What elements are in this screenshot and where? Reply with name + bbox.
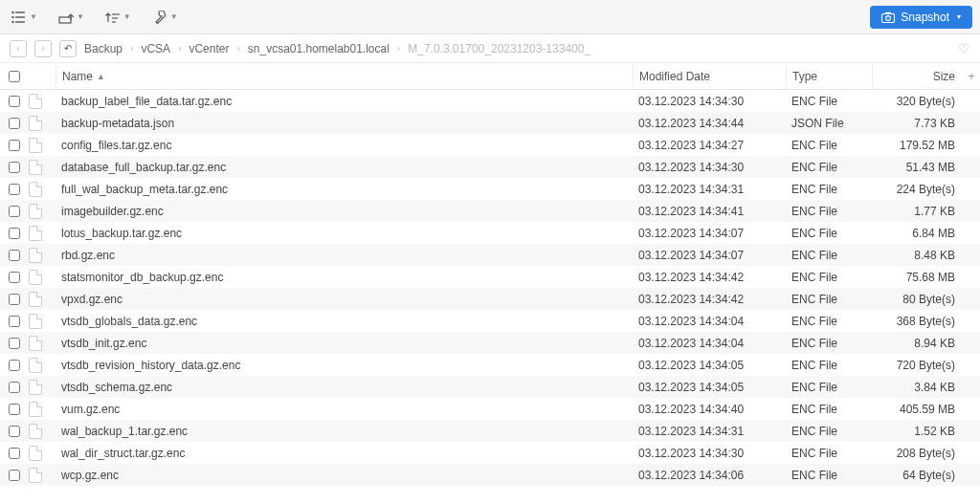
table-row[interactable]: wal_backup_1.tar.gz.enc03.12.2023 14:34:…: [0, 420, 980, 442]
file-size: 405.59 MB: [900, 403, 955, 416]
nav-undo-button[interactable]: ↶: [59, 40, 77, 57]
file-size: 7.73 KB: [914, 117, 955, 130]
column-add-button[interactable]: +: [963, 70, 980, 83]
file-type: ENC File: [791, 249, 837, 262]
list-icon: [11, 11, 27, 24]
table-row[interactable]: backup-metadata.json03.12.2023 14:34:44J…: [0, 112, 980, 134]
snapshot-button[interactable]: Snapshot ▾: [870, 6, 972, 29]
breadcrumb-seg[interactable]: Backup: [84, 42, 122, 55]
select-all-checkbox[interactable]: [9, 71, 20, 82]
row-checkbox[interactable]: [9, 448, 20, 459]
row-checkbox[interactable]: [9, 426, 20, 437]
chevron-right-icon: ›: [397, 43, 400, 54]
file-type: ENC File: [791, 469, 837, 482]
row-checkbox[interactable]: [9, 250, 20, 261]
file-type: ENC File: [791, 403, 837, 416]
file-type: ENC File: [791, 183, 837, 196]
sort-asc-icon: ▲: [97, 72, 105, 81]
table-row[interactable]: wcp.gz.enc03.12.2023 14:34:06ENC File64 …: [0, 464, 980, 486]
column-header-modified[interactable]: Modified Date: [633, 63, 786, 89]
row-checkbox[interactable]: [9, 294, 20, 305]
nav-forward-button[interactable]: ›: [34, 40, 52, 57]
table-row[interactable]: rbd.gz.enc03.12.2023 14:34:07ENC File8.4…: [0, 244, 980, 266]
file-size: 720 Byte(s): [897, 359, 955, 372]
svg-point-5: [11, 20, 13, 22]
tools-menu-button[interactable]: ▼: [148, 7, 182, 28]
file-size: 224 Byte(s): [897, 183, 955, 196]
file-icon: [29, 248, 42, 263]
column-header-type[interactable]: Type: [786, 63, 872, 89]
file-modified: 03.12.2023 14:34:04: [638, 315, 744, 328]
file-type: ENC File: [791, 447, 837, 460]
table-row[interactable]: statsmonitor_db_backup.gz.enc03.12.2023 …: [0, 266, 980, 288]
table-row[interactable]: vum.gz.enc03.12.2023 14:34:40ENC File405…: [0, 398, 980, 420]
breadcrumb-seg[interactable]: vCenter: [189, 42, 229, 55]
row-checkbox[interactable]: [9, 96, 20, 107]
table-row[interactable]: database_full_backup.tar.gz.enc03.12.202…: [0, 156, 980, 178]
table-row[interactable]: imagebuilder.gz.enc03.12.2023 14:34:41EN…: [0, 200, 980, 222]
row-checkbox[interactable]: [9, 228, 20, 239]
sort-menu-button[interactable]: ▼: [101, 7, 135, 28]
table-row[interactable]: wal_dir_struct.tar.gz.enc03.12.2023 14:3…: [0, 442, 980, 464]
file-size: 1.52 KB: [914, 425, 955, 438]
row-checkbox[interactable]: [9, 140, 20, 151]
file-name: vtsdb_revision_history_data.gz.enc: [61, 359, 240, 372]
row-checkbox[interactable]: [9, 206, 20, 217]
file-modified: 03.12.2023 14:34:27: [638, 139, 744, 152]
table-row[interactable]: full_wal_backup_meta.tar.gz.enc03.12.202…: [0, 178, 980, 200]
file-icon: [29, 424, 42, 439]
file-modified: 03.12.2023 14:34:41: [638, 205, 744, 218]
column-header-size[interactable]: Size: [872, 63, 963, 89]
column-header-size-label: Size: [933, 70, 955, 83]
table-row[interactable]: lotus_backup.tar.gz.enc03.12.2023 14:34:…: [0, 222, 980, 244]
table-row[interactable]: config_files.tar.gz.enc03.12.2023 14:34:…: [0, 134, 980, 156]
file-modified: 03.12.2023 14:34:07: [638, 249, 744, 262]
row-checkbox[interactable]: [9, 338, 20, 349]
table-row[interactable]: backup_label_file_data.tar.gz.enc03.12.2…: [0, 90, 980, 112]
row-checkbox[interactable]: [9, 316, 20, 327]
row-checkbox[interactable]: [9, 470, 20, 481]
row-checkbox[interactable]: [9, 360, 20, 371]
table-row[interactable]: vpxd.gz.enc03.12.2023 14:34:42ENC File80…: [0, 288, 980, 310]
file-type: ENC File: [791, 205, 837, 218]
file-size: 3.84 KB: [914, 381, 955, 394]
nav-back-button[interactable]: ‹: [10, 40, 27, 57]
breadcrumb-bar: ‹ › ↶ Backup › vCSA › vCenter › sn_vcsa0…: [0, 34, 980, 63]
file-name: vtsdb_init.gz.enc: [61, 337, 146, 350]
svg-point-12: [886, 15, 891, 20]
favorite-icon[interactable]: ♡: [958, 41, 970, 56]
table-row[interactable]: vtsdb_globals_data.gz.enc03.12.2023 14:3…: [0, 310, 980, 332]
file-icon: [29, 314, 42, 329]
file-icon: [29, 138, 42, 153]
file-type: ENC File: [791, 139, 837, 152]
row-checkbox[interactable]: [9, 272, 20, 283]
table-row[interactable]: vtsdb_schema.gz.enc03.12.2023 14:34:05EN…: [0, 376, 980, 398]
file-size: 51.43 MB: [906, 161, 955, 174]
file-size: 8.94 KB: [914, 337, 955, 350]
svg-rect-13: [885, 11, 891, 13]
file-size: 368 Byte(s): [897, 315, 955, 328]
table-row[interactable]: vtsdb_init.gz.enc03.12.2023 14:34:04ENC …: [0, 332, 980, 354]
file-type: ENC File: [791, 425, 837, 438]
upload-menu-button[interactable]: ▼: [55, 7, 88, 28]
column-header-name[interactable]: Name ▲: [56, 63, 633, 89]
file-icon: [29, 270, 42, 285]
file-modified: 03.12.2023 14:34:30: [638, 161, 744, 174]
row-checkbox[interactable]: [9, 118, 20, 129]
file-type: JSON File: [791, 117, 844, 130]
file-icon: [29, 402, 42, 417]
svg-rect-11: [882, 13, 895, 22]
view-menu-button[interactable]: ▼: [8, 7, 41, 28]
file-name: backup_label_file_data.tar.gz.enc: [61, 95, 232, 108]
table-header: Name ▲ Modified Date Type Size +: [0, 63, 980, 90]
file-type: ENC File: [791, 227, 837, 240]
file-type: ENC File: [791, 95, 837, 108]
table-row[interactable]: vtsdb_revision_history_data.gz.enc03.12.…: [0, 354, 980, 376]
row-checkbox[interactable]: [9, 184, 20, 195]
row-checkbox[interactable]: [9, 404, 20, 415]
row-checkbox[interactable]: [9, 162, 20, 173]
breadcrumb-seg[interactable]: sn_vcsa01.homelab01.local: [248, 42, 390, 55]
row-checkbox[interactable]: [9, 382, 20, 393]
breadcrumb-seg[interactable]: vCSA: [141, 42, 170, 55]
svg-point-3: [11, 11, 13, 12]
